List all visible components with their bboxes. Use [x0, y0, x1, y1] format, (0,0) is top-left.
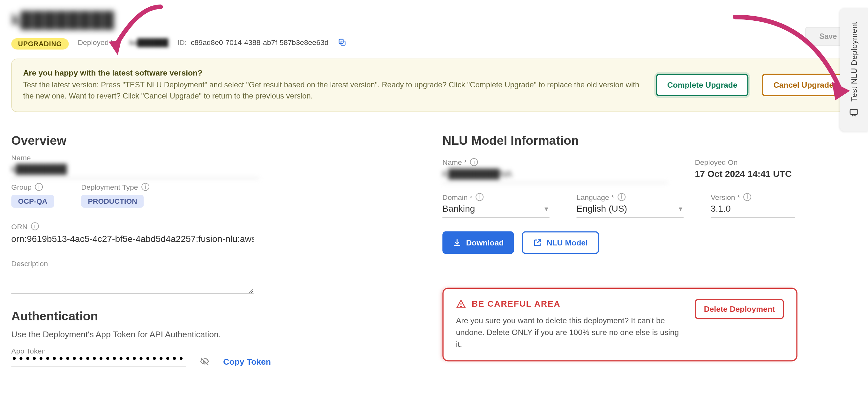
language-label: Language * i — [577, 193, 684, 201]
model-name-value: K████████NA — [442, 169, 668, 182]
copy-token-button[interactable]: Copy Token — [223, 357, 271, 366]
nlu-model-button[interactable]: NLU Model — [522, 231, 599, 254]
danger-body: Are you sure you want to delete this dep… — [456, 314, 681, 350]
deployment-type-value: PRODUCTION — [81, 195, 144, 207]
chevron-down-icon: ▼ — [678, 205, 684, 212]
orn-value: orn:9619b513-4ac5-4c27-bf5e-4abd5d4a2257… — [11, 230, 253, 248]
deployed-on-label: Deployed On — [695, 158, 792, 166]
warning-icon — [456, 299, 466, 309]
danger-zone: BE CAREFUL AREA Are you sure you want to… — [442, 288, 798, 361]
language-select[interactable]: English (US)▼ — [577, 201, 684, 218]
app-token-value: ••••••••••••••••••••••••••••••••••••••••… — [11, 355, 186, 366]
group-label: Group i — [11, 182, 54, 191]
status-badge: UPGRADING — [11, 38, 69, 49]
chevron-down-icon: ▼ — [544, 205, 550, 212]
eye-off-icon[interactable] — [199, 356, 210, 366]
chat-icon — [849, 107, 859, 117]
version-label: Version * i — [711, 193, 795, 201]
info-icon[interactable]: i — [142, 183, 149, 191]
svg-point-3 — [461, 306, 461, 307]
deployment-type-label: Deployment Type i — [81, 182, 149, 191]
download-button[interactable]: Download — [442, 231, 514, 254]
group-value: OCP-QA — [11, 195, 54, 207]
version-select[interactable]: 3.1.0▼ — [711, 201, 795, 218]
copy-icon[interactable] — [338, 38, 347, 46]
description-label: Description — [11, 259, 408, 267]
name-value: k████████ — [11, 164, 259, 178]
banner-body: Test the latest version: Press "TEST NLU… — [23, 79, 642, 102]
banner-heading: Are you happy with the latest software v… — [23, 68, 642, 77]
id-value: c89ad8e0-7014-4388-ab7f-587b3e8ee63d — [191, 38, 329, 46]
description-input[interactable] — [11, 268, 253, 294]
test-nlu-deployment-tab[interactable]: Test NLU Deployment — [840, 8, 868, 132]
info-icon[interactable]: i — [743, 193, 751, 201]
danger-title-text: BE CAREFUL AREA — [472, 299, 560, 308]
delete-deployment-button[interactable]: Delete Deployment — [695, 299, 784, 319]
id-label: ID: — [178, 38, 187, 46]
upgrade-banner: Are you happy with the latest software v… — [11, 59, 857, 112]
model-name-label: Name * i — [442, 158, 668, 166]
download-icon — [453, 238, 461, 247]
info-icon[interactable]: i — [35, 183, 43, 191]
orn-label: ORN i — [11, 222, 408, 230]
auth-title: Authentication — [11, 309, 408, 324]
complete-upgrade-button[interactable]: Complete Upgrade — [656, 74, 749, 97]
deployed-on-value: 17 Oct 2024 14:41 UTC — [695, 169, 792, 179]
svg-rect-5 — [850, 109, 858, 114]
side-tab-label: Test NLU Deployment — [849, 22, 859, 102]
cancel-upgrade-button[interactable]: Cancel Upgrade — [762, 74, 845, 97]
page-title: k████████ — [11, 11, 115, 29]
deployed-by-label: Deployed by: — [78, 38, 120, 46]
info-icon[interactable]: i — [476, 193, 484, 201]
deployed-by-value: ka██████ — [130, 38, 168, 46]
domain-select[interactable]: Banking▼ — [442, 201, 550, 218]
overview-title: Overview — [11, 133, 408, 148]
info-icon[interactable]: i — [470, 158, 478, 166]
name-label: Name — [11, 153, 259, 162]
info-icon[interactable]: i — [31, 223, 39, 230]
model-title: NLU Model Information — [442, 133, 798, 148]
app-token-label: App Token — [11, 346, 408, 355]
auth-subtitle: Use the Deployment's App Token for API A… — [11, 329, 408, 338]
info-icon[interactable]: i — [618, 193, 625, 201]
domain-label: Domain * i — [442, 193, 550, 201]
external-link-icon — [533, 238, 542, 247]
